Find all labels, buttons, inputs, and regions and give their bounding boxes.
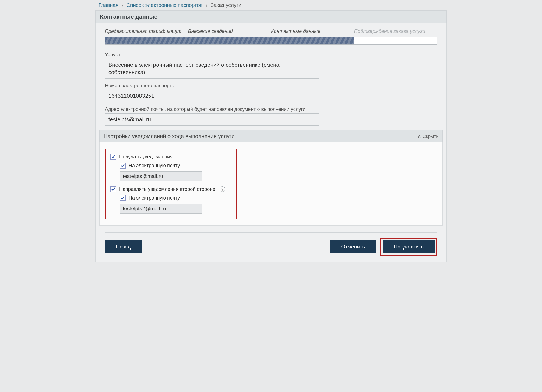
footer-buttons: Назад Отменить Продолжить [105, 238, 437, 256]
notifications-title: Настройки уведомлений о ходе выполнения … [104, 133, 234, 139]
step-tariff: Предварительная тарификация [105, 29, 188, 34]
field-service-value: Внесение в электронный паспорт сведений … [105, 59, 319, 79]
chevron-up-icon: ∧ [418, 133, 421, 139]
check-icon [111, 155, 116, 159]
continue-button[interactable]: Продолжить [383, 240, 435, 253]
step-contact: Контактные данные [271, 29, 354, 34]
notifications-section-header: Настройки уведомлений о ходе выполнения … [99, 130, 443, 142]
field-service-label: Услуга [105, 52, 437, 58]
step-data-entry: Внесение сведений [188, 29, 271, 34]
field-passport-no-value: 164311001083251 [105, 90, 319, 102]
second-party-label: Направлять уведомления второй стороне [119, 186, 215, 192]
step-confirm: Подтверждение заказа услуги [354, 29, 437, 34]
wizard-steps: Предварительная тарификация Внесение све… [105, 29, 437, 34]
receive-notifications-checkbox[interactable] [110, 154, 116, 160]
notifications-highlight-box: Получать уведомления На электронную почт… [105, 149, 237, 219]
help-icon[interactable]: ? [220, 186, 225, 192]
field-service: Услуга Внесение в электронный паспорт св… [105, 52, 437, 79]
field-passport-no: Номер электронного паспорта 164311001083… [105, 83, 437, 102]
chevron-right-icon: › [122, 2, 123, 8]
receive-by-email-label: На электронную почту [128, 163, 180, 169]
breadcrumb-home[interactable]: Главная [99, 2, 118, 8]
field-email: Адрес электронной почты, на который буде… [105, 107, 437, 126]
notifications-section-body: Получать уведомления На электронную почт… [99, 142, 443, 226]
check-icon [121, 196, 125, 200]
receive-notifications-label: Получать уведомления [119, 154, 173, 160]
breadcrumb-current: Заказ услуги [211, 2, 241, 8]
second-party-by-email-checkbox[interactable] [120, 195, 126, 201]
breadcrumb: Главная › Список электронных паспортов ›… [95, 0, 447, 10]
second-party-by-email-label: На электронную почту [128, 195, 180, 201]
receive-email-field[interactable]: testelpts@mail.ru [120, 171, 202, 181]
back-button[interactable]: Назад [105, 240, 142, 253]
field-email-value: testelpts@mail.ru [105, 113, 319, 126]
second-party-email-field[interactable]: testelpts2@mail.ru [120, 204, 202, 214]
progress-bar [105, 37, 437, 45]
check-icon [111, 187, 116, 191]
divider [105, 232, 437, 233]
breadcrumb-list[interactable]: Список электронных паспортов [126, 2, 203, 8]
field-passport-no-label: Номер электронного паспорта [105, 83, 437, 89]
continue-highlight: Продолжить [380, 238, 437, 256]
notifications-toggle-label: Скрыть [423, 134, 438, 139]
panel-title: Контактные данные [95, 10, 447, 23]
cancel-button[interactable]: Отменить [330, 240, 376, 253]
second-party-checkbox[interactable] [110, 186, 116, 192]
receive-by-email-checkbox[interactable] [120, 163, 126, 169]
chevron-right-icon: › [206, 2, 207, 8]
field-email-label: Адрес электронной почты, на который буде… [105, 107, 437, 112]
notifications-toggle[interactable]: ∧ Скрыть [418, 133, 438, 139]
check-icon [121, 163, 125, 168]
